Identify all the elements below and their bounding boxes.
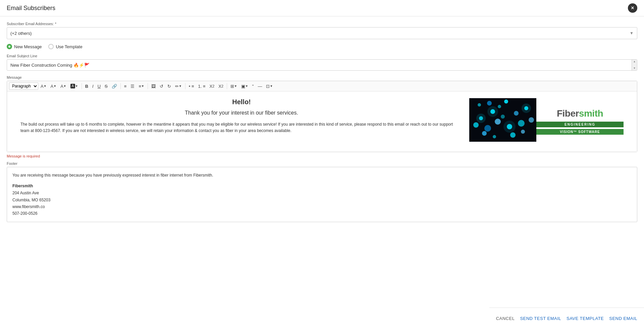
vision-bar: VISION™ SOFTWARE xyxy=(536,129,624,135)
toolbar: Paragraph Heading 1 Heading 2 A ▼ A ▼ A … xyxy=(7,81,637,91)
use-template-label: Use Template xyxy=(56,44,82,49)
footer-phone: 507-200-0526 xyxy=(12,210,632,217)
modal-footer: CANCEL SEND TEST EMAIL SAVE TEMPLATE SEN… xyxy=(489,308,644,329)
subject-input-wrapper: ▲ ▼ xyxy=(7,59,637,71)
font-color-btn[interactable]: A ▼ xyxy=(59,83,68,90)
email-body-left: Hello! Thank you for your interest in ou… xyxy=(20,98,469,145)
separator-1 xyxy=(82,83,82,89)
engineering-bar: ENGINEERING xyxy=(536,122,624,127)
smith-text: smith xyxy=(579,108,603,119)
new-message-label: New Message xyxy=(14,44,42,49)
table-btn[interactable]: ⊞ ▼ xyxy=(229,83,239,90)
email-hello: Hello! xyxy=(20,98,463,106)
modal-body: Subscriber Email Addresses: * (+2 others… xyxy=(0,16,644,227)
modal-title: Email Subscribers xyxy=(7,5,55,12)
fiber-optic-svg xyxy=(469,98,536,142)
svg-point-14 xyxy=(498,105,501,108)
svg-point-18 xyxy=(510,132,516,138)
subscriber-field-label: Subscriber Email Addresses: * xyxy=(7,22,637,26)
new-message-option[interactable]: New Message xyxy=(7,44,42,49)
message-type-group: New Message Use Template xyxy=(7,44,637,49)
send-email-button[interactable]: SEND EMAIL xyxy=(609,313,637,324)
modal-header: Email Subscribers × xyxy=(0,0,644,16)
footer-company-name: Fibersmith xyxy=(12,183,632,190)
use-template-option[interactable]: Use Template xyxy=(48,44,82,49)
special-btn[interactable]: ⊡ ▼ xyxy=(264,83,274,90)
use-template-radio[interactable] xyxy=(48,44,54,49)
send-test-email-button[interactable]: SEND TEST EMAIL xyxy=(520,313,561,324)
separator-5 xyxy=(227,83,227,89)
svg-point-5 xyxy=(495,119,501,125)
paragraph-select[interactable]: Paragraph Heading 1 Heading 2 xyxy=(9,82,38,90)
footer-label: Footer xyxy=(7,161,637,166)
fiber-text: Fiber xyxy=(557,108,579,119)
fibersmith-name: Fibersmith xyxy=(557,108,603,119)
message-label: Message xyxy=(7,75,637,79)
footer-disclaimer: You are receiving this message because y… xyxy=(12,172,632,179)
footer-box: You are receiving this message because y… xyxy=(7,167,637,222)
media-btn[interactable]: ▣ ▼ xyxy=(239,83,250,90)
svg-point-19 xyxy=(521,130,525,134)
footer-website: www.fibersmith.co xyxy=(12,203,632,210)
svg-point-12 xyxy=(478,103,481,107)
modal-overlay: Email Subscribers × Subscriber Email Add… xyxy=(0,0,644,329)
close-button[interactable]: × xyxy=(628,3,637,13)
svg-point-9 xyxy=(518,120,525,127)
svg-point-6 xyxy=(501,115,505,119)
message-error: Message is required xyxy=(7,154,637,158)
superscript-btn[interactable]: X2 xyxy=(217,83,225,90)
footer-address-line1: 204 Austin Ave xyxy=(12,190,632,196)
editor-container: Paragraph Heading 1 Heading 2 A ▼ A ▼ A … xyxy=(7,81,637,152)
highlight-btn[interactable]: A ▼ xyxy=(69,83,80,89)
svg-point-22 xyxy=(503,121,516,133)
email-body-text: The build out process will take up to 6 … xyxy=(20,121,463,134)
subscriber-field[interactable]: (+2 others) ▼ xyxy=(7,27,637,39)
svg-point-20 xyxy=(476,114,486,123)
email-subtitle: Thank you for your interest in our fiber… xyxy=(20,110,463,116)
bold-btn[interactable]: B xyxy=(84,83,90,90)
separator-3 xyxy=(148,83,148,89)
subscript-btn[interactable]: X2 xyxy=(208,83,216,90)
svg-point-23 xyxy=(522,104,531,113)
image-btn[interactable]: 🖼 xyxy=(150,83,157,90)
font-size-btn[interactable]: A ▼ xyxy=(39,83,48,90)
svg-point-16 xyxy=(482,131,487,136)
footer-address: 204 Austin Ave Columbia, MO 65203 www.fi… xyxy=(12,190,632,217)
fiber-image: Fibersmith ENGINEERING VISION™ SOFTWARE xyxy=(469,98,624,142)
svg-point-13 xyxy=(487,101,492,106)
subject-scrollbar: ▲ ▼ xyxy=(632,60,637,70)
subject-input[interactable] xyxy=(7,61,632,70)
redo-btn[interactable]: ↻ xyxy=(166,83,173,90)
email-image-right: Fibersmith ENGINEERING VISION™ SOFTWARE xyxy=(469,98,624,145)
separator-2 xyxy=(120,83,121,89)
link-btn[interactable]: 🔗 xyxy=(110,83,119,90)
svg-point-17 xyxy=(493,135,496,138)
editor-content[interactable]: Hello! Thank you for your interest in ou… xyxy=(7,91,637,152)
highlight2-btn[interactable]: ✏ ▼ xyxy=(173,83,183,90)
svg-point-15 xyxy=(504,100,508,104)
save-template-button[interactable]: SAVE TEMPLATE xyxy=(567,313,604,324)
unordered-list-btn[interactable]: • ≡ xyxy=(187,83,196,90)
underline-btn[interactable]: U xyxy=(96,83,102,90)
separator-4 xyxy=(185,83,185,89)
hr-btn[interactable]: — xyxy=(256,83,264,90)
svg-point-1 xyxy=(473,122,479,128)
ordered-list-btn[interactable]: 1. ≡ xyxy=(197,83,207,90)
strikethrough-btn[interactable]: S xyxy=(103,83,109,90)
italic-btn[interactable]: I xyxy=(91,83,95,90)
svg-point-21 xyxy=(487,106,498,117)
align-justify-btn[interactable]: ≡ ▼ xyxy=(137,83,146,90)
subject-label: Email Subject Line xyxy=(7,54,637,58)
fibersmith-logo: Fibersmith ENGINEERING VISION™ SOFTWARE xyxy=(536,98,624,142)
align-center-btn[interactable]: ☰ xyxy=(129,83,136,90)
footer-address-line2: Columbia, MO 65203 xyxy=(12,197,632,203)
new-message-radio[interactable] xyxy=(7,44,12,49)
svg-point-8 xyxy=(514,111,519,116)
subscriber-dropdown-arrow: ▼ xyxy=(630,31,634,36)
cancel-button[interactable]: CANCEL xyxy=(496,313,515,324)
undo-btn[interactable]: ↺ xyxy=(158,83,165,90)
font-size-decrease-btn[interactable]: A ▼ xyxy=(49,83,58,90)
align-left-btn[interactable]: ≡ xyxy=(122,83,128,90)
blockquote-btn[interactable]: " xyxy=(251,83,256,90)
svg-point-3 xyxy=(484,125,491,132)
